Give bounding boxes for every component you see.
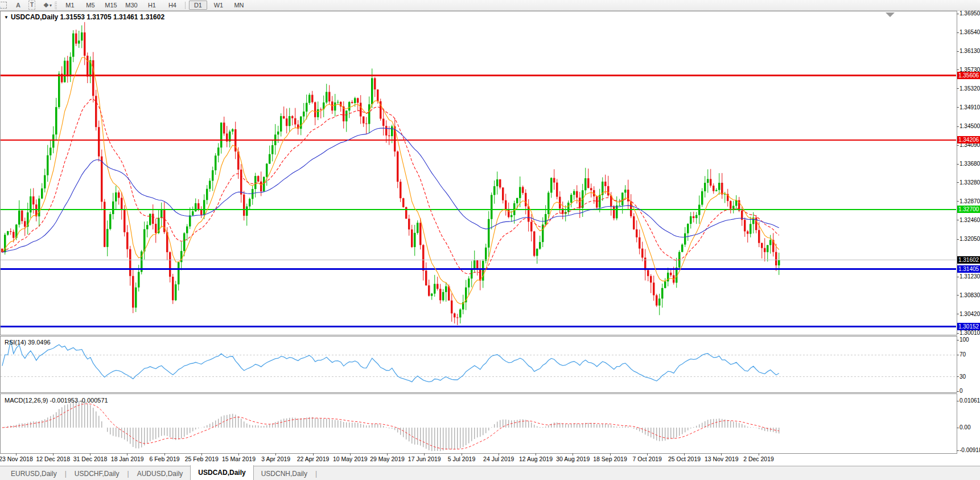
rsi-axis-label: 100 — [960, 337, 969, 343]
price-axis-label: 1.32050 — [960, 236, 980, 243]
chart-canvas[interactable] — [0, 0, 980, 480]
price-axis-label: 1.30010 — [960, 330, 980, 337]
timeframe-m15-button[interactable]: M15 — [102, 1, 120, 10]
rsi-axis-label: 70 — [960, 351, 966, 358]
chart-title-text: USDCAD,Daily 1.31553 1.31705 1.31461 1.3… — [11, 13, 164, 21]
price-axis-label: 1.31230 — [960, 273, 980, 280]
date-tick-label: 10 May 2019 — [333, 456, 368, 462]
timeframe-h4-button[interactable]: H4 — [163, 1, 182, 10]
date-tick-label: 25 Feb 2019 — [185, 456, 219, 462]
chart-title: ▼USDCAD,Daily 1.31553 1.31705 1.31461 1.… — [4, 13, 164, 21]
price-axis-label: 1.36540 — [960, 29, 980, 36]
price-badge-1.34206: 1.34206 — [957, 136, 980, 143]
rsi-panel[interactable] — [1, 337, 957, 393]
rsi-label: RSI(14) 39.0496 — [5, 339, 51, 346]
macd-axis-label: 0.00 — [960, 424, 970, 431]
price-axis-label: 1.30830 — [960, 292, 980, 299]
price-axis-label: 1.30420 — [960, 311, 980, 318]
timeframe-m1-button[interactable]: M1 — [61, 1, 79, 10]
text-label-icon[interactable]: A — [16, 1, 20, 9]
frame-tool-icon[interactable]: F — [0, 2, 7, 9]
styles-icon[interactable]: ❖ — [43, 1, 49, 9]
styles-caret-icon[interactable]: ▾ — [50, 3, 52, 8]
date-tick-label: 23 Nov 2018 — [0, 456, 33, 462]
price-axis-label: 1.34910 — [960, 104, 980, 111]
price-axis-label: 1.36950 — [960, 10, 980, 17]
tab-usdcad-daily[interactable]: USDCAD,Daily — [190, 465, 253, 480]
date-tick-label: 12 Aug 2019 — [519, 456, 553, 462]
price-badge-1.30152: 1.30152 — [957, 323, 980, 330]
main-panel[interactable] — [1, 11, 957, 335]
price-badge-1.35606: 1.35606 — [957, 72, 980, 79]
date-tick-label: 12 Dec 2018 — [36, 456, 70, 462]
timeframe-m5-button[interactable]: M5 — [81, 1, 100, 10]
date-tick-label: 15 Mar 2019 — [222, 456, 256, 462]
price-axis-label: 1.33680 — [960, 161, 980, 167]
tab-usdcnh-daily[interactable]: USDCNH,Daily — [254, 467, 315, 480]
tab-usdchf-daily[interactable]: USDCHF,Daily — [67, 467, 127, 480]
tab-separator: | — [315, 470, 318, 478]
date-tick-label: 24 Jul 2019 — [483, 456, 514, 462]
tab-audusd-daily[interactable]: AUDUSD,Daily — [130, 467, 191, 480]
date-tick-label: 30 Aug 2019 — [556, 456, 590, 462]
macd-axis-label: -0.00918 — [960, 447, 980, 454]
date-tick-label: 29 May 2019 — [370, 456, 405, 462]
rsi-axis-label: 0 — [960, 388, 963, 395]
date-tick-label: 22 Apr 2019 — [297, 456, 330, 462]
price-axis-label: 1.32460 — [960, 217, 980, 224]
date-tick-label: 31 Dec 2018 — [73, 456, 108, 462]
macd-axis-label: 0.010615 — [960, 397, 980, 404]
price-axis-label: 1.34500 — [960, 123, 980, 130]
date-tick-label: 18 Jan 2019 — [111, 456, 144, 462]
text-box-icon[interactable]: T — [28, 1, 35, 10]
date-tick-label: 5 Jul 2019 — [448, 456, 475, 462]
price-badge-1.31602: 1.31602 — [957, 256, 980, 264]
collapse-arrow-icon[interactable]: ▼ — [4, 15, 9, 20]
timeframe-mn-button[interactable]: MN — [230, 1, 248, 10]
price-axis-label: 1.33280 — [960, 179, 980, 186]
price-badge-1.31405: 1.31405 — [957, 265, 980, 273]
timeframe-m30-button[interactable]: M30 — [122, 1, 141, 10]
price-axis-label: 1.35320 — [960, 85, 980, 92]
price-badge-1.32700: 1.32700 — [957, 206, 980, 213]
date-tick-label: 3 Apr 2019 — [261, 456, 290, 462]
macd-panel[interactable] — [1, 394, 957, 454]
date-tick-label: 2 Dec 2019 — [743, 456, 774, 462]
date-tick-label: 6 Feb 2019 — [149, 456, 179, 462]
toolbar: F A T ❖ ▾ M1 M5 M15 M30 H1 H4 D1 W1 MN — [0, 0, 980, 11]
toolbar-separator — [185, 2, 186, 9]
date-tick-label: 18 Sep 2019 — [593, 456, 627, 462]
toolbar-grip — [55, 2, 57, 9]
price-axis-label: 1.32870 — [960, 198, 980, 205]
chart-tab-bar: EURUSD,Daily | USDCHF,Daily | AUDUSD,Dai… — [0, 466, 980, 480]
date-tick-label: 17 Jun 2019 — [408, 456, 441, 462]
date-tick-label: 7 Oct 2019 — [633, 456, 662, 462]
tab-eurusd-daily[interactable]: EURUSD,Daily — [3, 467, 64, 480]
date-tick-label: 25 Oct 2019 — [668, 456, 701, 462]
timeframe-h1-button[interactable]: H1 — [143, 1, 161, 10]
timeframe-d1-button[interactable]: D1 — [189, 1, 207, 10]
macd-label: MACD(12,26,9) -0.001953 -0.000571 — [5, 397, 108, 404]
rsi-axis-label: 30 — [960, 374, 966, 380]
date-tick-label: 13 Nov 2019 — [705, 456, 739, 462]
timeframe-w1-button[interactable]: W1 — [209, 1, 228, 10]
price-axis-label: 1.36130 — [960, 48, 980, 55]
